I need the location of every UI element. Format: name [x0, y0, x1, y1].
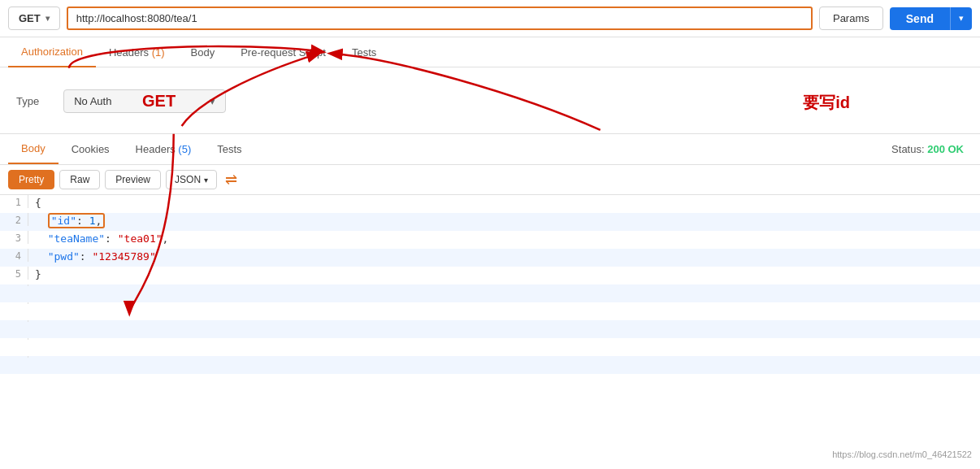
code-line-4: 4 "pwd": "12345789" — [0, 249, 980, 267]
wrap-icon[interactable]: ⇌ — [222, 171, 241, 189]
tab-body-resp[interactable]: Body — [8, 134, 59, 164]
tab-prerequest[interactable]: Pre-request Script — [228, 38, 339, 67]
code-line-3: 3 "teaName": "tea01", — [0, 231, 980, 249]
type-label: Type — [16, 95, 39, 107]
code-line-empty-4 — [0, 338, 980, 356]
tab-tests-req[interactable]: Tests — [339, 38, 389, 67]
tab-headers[interactable]: Headers (1) — [96, 38, 178, 67]
raw-button[interactable]: Raw — [59, 170, 100, 189]
response-tabs-bar: Body Cookies Headers (5) Tests Status: 2… — [0, 134, 980, 165]
pretty-button[interactable]: Pretty — [8, 170, 54, 189]
url-input[interactable] — [67, 7, 813, 30]
id-annotation: 要写id — [803, 92, 850, 114]
code-line-5: 5 } — [0, 267, 980, 284]
tab-cookies[interactable]: Cookies — [59, 135, 123, 163]
format-select[interactable]: JSON ▾ — [166, 170, 217, 189]
status-value: 200 OK — [927, 143, 964, 155]
preview-button[interactable]: Preview — [105, 170, 161, 189]
code-line-empty-3 — [0, 320, 980, 338]
footer-url: https://blog.csdn.net/m0_46421522 — [832, 449, 972, 459]
tab-authorization[interactable]: Authorization — [8, 37, 96, 67]
top-bar: GET ▾ Params Send ▾ — [0, 0, 980, 37]
body-toolbar: Pretty Raw Preview JSON ▾ ⇌ — [0, 165, 980, 195]
tab-body-req[interactable]: Body — [178, 38, 228, 67]
send-dropdown-button[interactable]: ▾ — [950, 7, 972, 30]
code-line-empty-1 — [0, 284, 980, 302]
format-chevron-icon: ▾ — [204, 176, 208, 185]
code-line-2: 2 "id": 1, — [0, 213, 980, 231]
status-area: Status: 200 OK — [891, 143, 972, 155]
tab-tests-resp[interactable]: Tests — [204, 135, 254, 163]
main-container: Authorization Headers (1) Body Pre-reque… — [0, 37, 980, 464]
auth-chevron-icon: ▾ — [210, 95, 215, 107]
send-button-group: Send ▾ — [890, 7, 972, 30]
id-highlight-box: "id": 1, — [48, 213, 106, 228]
code-line-empty-5 — [0, 356, 980, 374]
params-button[interactable]: Params — [819, 7, 883, 30]
auth-section: Type No Auth ▾ GET 要写id — [0, 69, 980, 134]
request-tabs: Authorization Headers (1) Body Pre-reque… — [0, 37, 980, 69]
tab-headers-resp[interactable]: Headers (5) — [123, 135, 205, 163]
code-line-1: 1 { — [0, 195, 980, 213]
code-area: 1 { 2 "id": 1, 3 "teaName": "tea01", 4 "… — [0, 195, 980, 464]
code-line-empty-2 — [0, 302, 980, 320]
method-button[interactable]: GET ▾ — [8, 7, 60, 30]
get-annotation: GET — [142, 92, 176, 111]
method-label: GET — [19, 12, 41, 24]
method-chevron-icon: ▾ — [46, 14, 50, 23]
send-button[interactable]: Send — [890, 7, 950, 30]
